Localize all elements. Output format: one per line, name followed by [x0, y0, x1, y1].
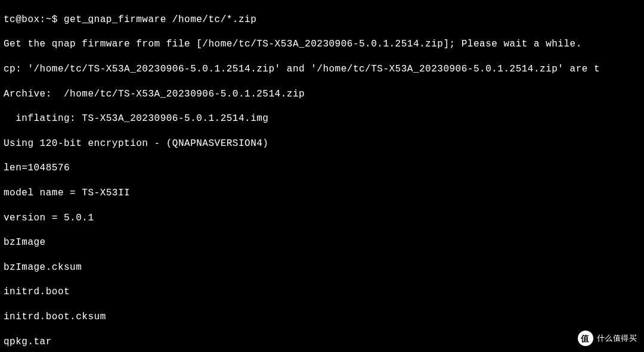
- watermark-text: 什么值得买: [597, 334, 637, 344]
- output-line: version = 5.0.1: [4, 212, 640, 225]
- terminal-output: tc@box:~$ get_qnap_firmware /home/tc/*.z…: [4, 1, 640, 352]
- output-line: Using 120-bit encryption - (QNAPNASVERSI…: [4, 138, 640, 150]
- command-part2: nap_firmware /home/tc/*.zip: [94, 14, 257, 25]
- watermark-icon: 值: [578, 331, 593, 346]
- output-line: initrd.boot: [4, 286, 640, 298]
- command-underlined: _q: [82, 14, 94, 25]
- output-line: qpkg.tar: [4, 336, 640, 348]
- watermark: 值 什么值得买: [578, 331, 637, 346]
- output-line: cp: '/home/tc/TS-X53A_20230906-5.0.1.251…: [4, 63, 640, 76]
- output-line: bzImage: [4, 236, 640, 249]
- output-line: model name = TS-X53II: [4, 187, 640, 200]
- command-line[interactable]: tc@box:~$ get_qnap_firmware /home/tc/*.z…: [4, 14, 640, 26]
- output-line: len=1048576: [4, 162, 640, 175]
- output-line: Archive: /home/tc/TS-X53A_20230906-5.0.1…: [4, 88, 640, 101]
- output-line: Get the qnap firmware from file [/home/t…: [4, 38, 640, 51]
- output-line: inflating: TS-X53A_20230906-5.0.1.2514.i…: [4, 113, 640, 125]
- output-line: bzImage.cksum: [4, 261, 640, 274]
- shell-prompt: tc@box:~$: [4, 14, 64, 25]
- command-part1: get: [64, 14, 82, 25]
- output-line: initrd.boot.cksum: [4, 311, 640, 323]
